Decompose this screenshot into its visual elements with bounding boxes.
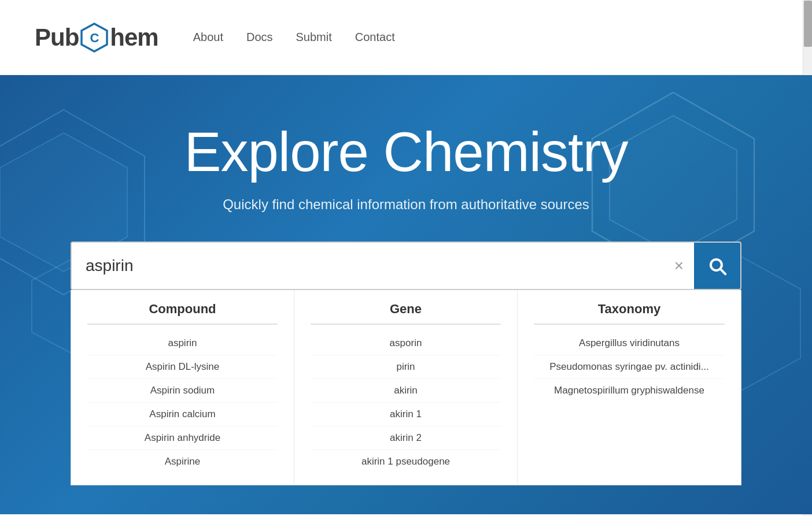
compound-item-2[interactable]: Aspirin sodium [87, 379, 278, 403]
svg-text:C: C [90, 31, 99, 45]
header: Pub C hem About Docs Submit Contact [0, 0, 812, 75]
dropdown-taxonomy-header: Taxonomy [534, 302, 725, 325]
dropdown-gene-col: Gene asporin pirin akirin akirin 1 akiri… [294, 290, 518, 485]
compound-item-3[interactable]: Aspirin calcium [87, 403, 278, 426]
dropdown-compound-col: Compound aspirin Aspirin DL-lysine Aspir… [71, 290, 294, 485]
compound-item-0[interactable]: aspirin [87, 332, 278, 355]
dropdown-taxonomy-col: Taxonomy Aspergillus viridinutans Pseudo… [518, 290, 741, 485]
logo-pub: Pub [35, 24, 79, 51]
logo: Pub C hem [35, 23, 158, 53]
gene-item-3[interactable]: akirin 1 [311, 403, 501, 426]
logo-text: Pub C hem [35, 23, 158, 53]
search-input[interactable] [72, 244, 664, 288]
main-nav: About Docs Submit Contact [193, 31, 395, 44]
dropdown-compound-header: Compound [87, 302, 278, 325]
dropdown-gene-header: Gene [311, 302, 501, 325]
taxonomy-item-2[interactable]: Magnetospirillum gryphiswaldense [534, 379, 725, 402]
scrollbar-thumb[interactable] [804, 1, 812, 47]
compound-item-5[interactable]: Aspirine [87, 450, 278, 473]
taxonomy-item-0[interactable]: Aspergillus viridinutans [534, 332, 725, 355]
logo-chem: hem [110, 24, 158, 51]
search-icon [706, 255, 728, 277]
nav-submit[interactable]: Submit [296, 31, 332, 44]
hero-title: Explore Chemistry [35, 121, 777, 183]
search-dropdown: Compound aspirin Aspirin DL-lysine Aspir… [71, 290, 741, 485]
hero-subtitle: Quickly find chemical information from a… [35, 196, 777, 213]
gene-item-4[interactable]: akirin 2 [311, 426, 501, 450]
taxonomy-item-1[interactable]: Pseudomonas syringae pv. actinidi... [534, 355, 725, 379]
gene-item-5[interactable]: akirin 1 pseudogene [311, 450, 501, 473]
nav-about[interactable]: About [193, 31, 223, 44]
compound-item-1[interactable]: Aspirin DL-lysine [87, 355, 278, 379]
nav-docs[interactable]: Docs [246, 31, 273, 44]
search-clear-button[interactable]: × [664, 258, 694, 274]
compound-item-4[interactable]: Aspirin anhydride [87, 426, 278, 450]
gene-item-1[interactable]: pirin [311, 355, 501, 379]
nav-contact[interactable]: Contact [355, 31, 395, 44]
gene-item-0[interactable]: asporin [311, 332, 501, 355]
gene-item-2[interactable]: akirin [311, 379, 501, 403]
search-button[interactable] [694, 243, 740, 289]
logo-hex-icon: C [79, 23, 109, 53]
search-container: × [71, 242, 741, 290]
hero-content: Explore Chemistry Quickly find chemical … [35, 121, 777, 485]
hero-section: Explore Chemistry Quickly find chemical … [0, 75, 812, 514]
